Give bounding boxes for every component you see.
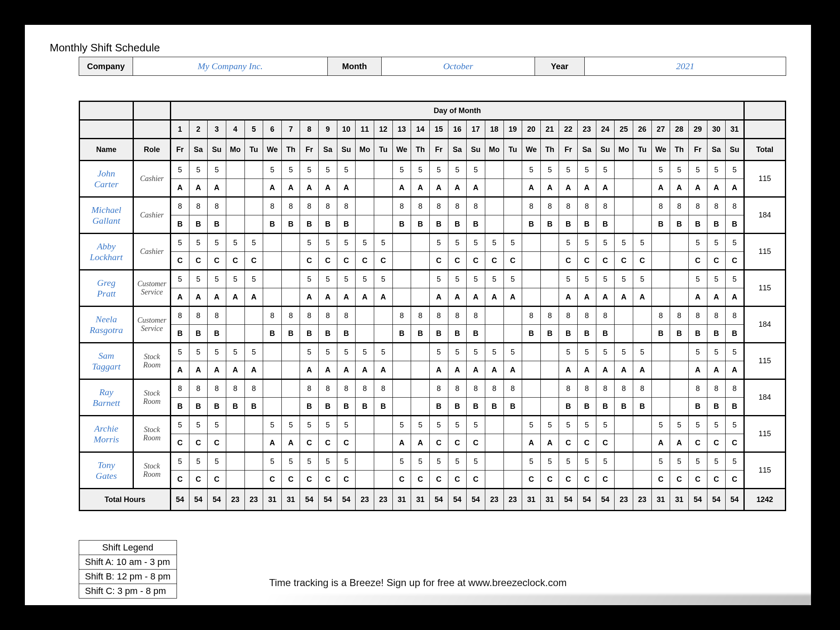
shift-cell: C <box>208 434 226 452</box>
day-number: 16 <box>448 120 467 139</box>
hours-cell: 5 <box>300 416 319 434</box>
employee-total: 184 <box>744 197 786 234</box>
hours-cell <box>392 343 411 361</box>
shift-cell: C <box>356 252 374 270</box>
hours-cell <box>356 452 374 471</box>
hours-cell: 5 <box>467 452 485 471</box>
hours-cell: 5 <box>596 416 615 434</box>
hours-cell <box>670 379 689 398</box>
shift-cell: B <box>578 215 596 234</box>
shift-cell: C <box>522 471 541 489</box>
shift-cell: B <box>596 325 615 343</box>
shift-cell: C <box>726 252 744 270</box>
shift-cell <box>485 179 504 197</box>
shift-cell: A <box>337 361 356 379</box>
shift-cell: A <box>171 361 189 379</box>
column-total: 23 <box>226 489 244 511</box>
shift-cell: B <box>615 398 633 416</box>
shift-cell: C <box>596 252 615 270</box>
hours-cell: 5 <box>189 234 208 252</box>
hours-cell <box>540 234 559 252</box>
hours-cell: 8 <box>300 197 319 215</box>
column-total: 54 <box>300 489 319 511</box>
shift-cell: A <box>189 361 208 379</box>
hours-cell: 5 <box>615 343 633 361</box>
shift-cell: C <box>171 434 189 452</box>
weekday-header: Su <box>467 139 485 161</box>
hours-cell <box>615 416 633 434</box>
column-total: 54 <box>707 489 726 511</box>
hours-cell: 8 <box>670 197 689 215</box>
day-number: 1 <box>171 120 189 139</box>
shift-cell: C <box>688 252 707 270</box>
shift-cell: A <box>578 361 596 379</box>
shift-cell: A <box>688 179 707 197</box>
employee-role: Cashier <box>133 234 171 270</box>
year-value: 2021 <box>585 57 786 76</box>
employee-role: StockRoom <box>133 379 171 416</box>
hours-cell <box>522 234 541 252</box>
hours-cell <box>651 379 670 398</box>
day-number: 8 <box>300 120 319 139</box>
hours-cell: 8 <box>688 379 707 398</box>
day-number: 26 <box>633 120 652 139</box>
hours-cell: 8 <box>559 197 578 215</box>
hours-cell <box>651 234 670 252</box>
shift-cell: C <box>448 434 467 452</box>
shift-cell: B <box>226 398 244 416</box>
hours-cell: 5 <box>263 452 282 471</box>
hours-cell: 8 <box>300 379 319 398</box>
hours-cell <box>522 379 541 398</box>
employee-total: 115 <box>744 452 786 489</box>
employee-role: Cashier <box>133 197 171 234</box>
column-total: 31 <box>411 489 430 511</box>
shift-cell: B <box>651 325 670 343</box>
hours-cell <box>374 161 393 179</box>
shift-cell: A <box>726 361 744 379</box>
hours-cell: 5 <box>263 416 282 434</box>
shift-cell <box>540 361 559 379</box>
hours-cell: 8 <box>319 307 337 325</box>
weekday-header: Su <box>208 139 226 161</box>
shift-legend: Shift Legend Shift A: 10 am - 3 pm Shift… <box>79 540 177 599</box>
shift-cell <box>504 471 522 489</box>
shift-cell: B <box>485 398 504 416</box>
hours-cell <box>633 307 652 325</box>
shift-cell: B <box>319 325 337 343</box>
shift-cell: C <box>208 471 226 489</box>
shift-cell: C <box>726 471 744 489</box>
hours-cell: 5 <box>208 416 226 434</box>
hours-cell: 5 <box>559 452 578 471</box>
day-number: 24 <box>596 120 615 139</box>
hours-cell: 5 <box>226 270 244 288</box>
shift-cell: A <box>707 288 726 307</box>
hours-cell <box>651 343 670 361</box>
hours-cell: 5 <box>578 343 596 361</box>
shift-cell: C <box>707 471 726 489</box>
employee-total: 115 <box>744 234 786 270</box>
employee-name: AbbyLockhart <box>80 234 133 270</box>
shift-cell: B <box>559 325 578 343</box>
hours-cell: 5 <box>726 234 744 252</box>
hours-cell: 5 <box>559 270 578 288</box>
shift-cell: C <box>578 434 596 452</box>
day-number: 30 <box>707 120 726 139</box>
shift-cell <box>540 398 559 416</box>
column-total: 31 <box>651 489 670 511</box>
shift-cell: A <box>522 179 541 197</box>
shift-cell: C <box>208 252 226 270</box>
company-label: Company <box>79 57 133 76</box>
hours-cell <box>504 197 522 215</box>
hours-cell <box>485 161 504 179</box>
weekday-header: Fr <box>559 139 578 161</box>
shift-cell <box>281 398 300 416</box>
hours-cell: 5 <box>467 270 485 288</box>
shift-cell: A <box>726 288 744 307</box>
shift-cell <box>615 179 633 197</box>
employee-name: MichaelGallant <box>80 197 133 234</box>
hours-cell <box>633 416 652 434</box>
shift-cell: C <box>337 471 356 489</box>
employee-name: SamTaggart <box>80 343 133 379</box>
shift-cell: A <box>319 288 337 307</box>
shift-cell: A <box>651 434 670 452</box>
